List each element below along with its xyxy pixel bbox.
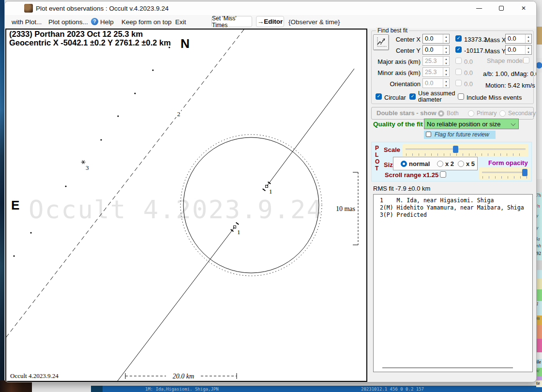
spinner-up-icon: ▲ xyxy=(443,79,449,83)
maximize-icon xyxy=(499,6,504,11)
background-window-fragment xyxy=(536,270,542,279)
plot-title-line2: Geocentric X -5042.1 ±0.2 Y 2761.2 ±0.2 … xyxy=(9,38,171,47)
background-window-fragment xyxy=(91,386,103,392)
menu-exit[interactable]: Exit xyxy=(175,18,186,26)
background-window-fragment: y xyxy=(536,213,542,225)
x-offset-value: 13373.2 xyxy=(464,36,487,43)
background-window-fragment xyxy=(536,279,542,289)
size-normal-radio[interactable] xyxy=(401,161,407,167)
major-axis-spinner: 25.3 ▲▼ xyxy=(422,56,450,66)
spinner-up-icon[interactable]: ▲ xyxy=(443,45,449,50)
spinner-up-icon[interactable]: ▲ xyxy=(443,34,449,39)
flag-review-row: Flag for future review xyxy=(424,131,496,139)
quality-label: Quality of the fit xyxy=(373,121,423,128)
minor-alt-value: 0.0 xyxy=(464,69,473,76)
orientation-spinner: 0.0 ▲▼ xyxy=(422,78,450,88)
menu-plot-options[interactable]: Plot options... xyxy=(48,18,88,26)
rms-fit-label: RMS fit -7.9 ±0.0 km xyxy=(373,185,430,192)
background-window-fragment xyxy=(536,45,542,58)
horizontal-scrollbar[interactable] xyxy=(382,367,513,368)
orientation-alt-value: 0.0 xyxy=(464,80,473,88)
background-window-fragment: m xyxy=(536,316,542,325)
plot-vertical-letter: P xyxy=(375,145,379,151)
size-x2-radio[interactable] xyxy=(437,161,443,167)
desktop-wallpaper-left-strip xyxy=(0,0,4,392)
observation-row[interactable]: 3(P) Predicted xyxy=(376,211,427,219)
spinner-down-icon[interactable]: ▼ xyxy=(526,39,531,43)
spinner-down-icon[interactable]: ▼ xyxy=(526,50,531,54)
background-row-text-fragment: 20231012.1 456 0 0.2 157 xyxy=(361,387,424,392)
scale-slider-thumb[interactable] xyxy=(453,146,458,153)
menu-with-plot[interactable]: with Plot... xyxy=(12,18,42,26)
plot-vertical-letter: L xyxy=(375,151,378,158)
double-secondary-label: Secondary xyxy=(508,110,536,117)
background-window-fragment xyxy=(536,339,542,352)
spinner-down-icon: ▼ xyxy=(443,61,449,65)
background-window-fragment: nh xyxy=(536,243,542,251)
center-x-value: 0.0 xyxy=(425,35,433,42)
orientation-alt-checkbox xyxy=(455,80,462,86)
x-offset-checkbox[interactable] xyxy=(455,35,462,42)
north-label: N xyxy=(181,36,190,51)
center-y-spinner[interactable]: 0.0 ▲▼ xyxy=(422,45,450,55)
menu-keep-on-top[interactable]: Keep form on top xyxy=(121,18,172,26)
background-window-fragment xyxy=(536,289,542,301)
background-window-fragment xyxy=(536,0,542,27)
scroll-range-label: Scroll range x1.25 xyxy=(385,171,438,179)
close-button[interactable]: ✕ xyxy=(513,1,534,15)
quality-value: No reliable position or size xyxy=(427,121,500,128)
y-offset-checkbox[interactable] xyxy=(455,46,462,53)
center-x-spinner[interactable]: 0.0 ▲▼ xyxy=(422,34,450,44)
observer-time-label: {Observer & time} xyxy=(288,18,340,26)
scale-slider[interactable] xyxy=(403,144,528,157)
flag-review-checkbox[interactable] xyxy=(426,132,431,137)
predicted-center-asterisk xyxy=(81,160,86,164)
form-opacity-slider[interactable] xyxy=(479,167,530,180)
flag-review-label: Flag for future review xyxy=(435,131,489,138)
plot-version-label: Occult 4.2023.9.24 xyxy=(10,372,59,379)
mass-y-spinner[interactable]: 0.0 ▲▼ xyxy=(505,45,532,55)
use-assumed-diameter-checkbox[interactable] xyxy=(409,93,416,100)
circular-checkbox[interactable] xyxy=(376,93,382,100)
size-x5-label: x 5 xyxy=(466,160,475,167)
help-icon[interactable]: ? xyxy=(91,18,98,25)
size-x5-radio[interactable] xyxy=(458,161,464,167)
background-window-fragment: te xyxy=(536,380,542,387)
spinner-down-icon[interactable]: ▼ xyxy=(443,50,449,54)
mass-x-spinner[interactable]: 0.0 ▲▼ xyxy=(505,34,532,44)
spinner-down-icon[interactable]: ▼ xyxy=(443,39,449,43)
plot-canvas[interactable]: Occult 4.2023.9.24 (2333) Porthan 2023 O… xyxy=(5,29,367,382)
scroll-range-checkbox[interactable] xyxy=(440,171,446,178)
spinner-up-icon[interactable]: ▲ xyxy=(526,34,531,39)
background-window-fragment: ic xyxy=(536,368,542,377)
quality-combobox[interactable]: No reliable position or size xyxy=(424,119,519,129)
form-opacity-slider-thumb[interactable] xyxy=(522,169,527,176)
scale-label: Scale xyxy=(384,146,400,153)
minimize-button[interactable]: — xyxy=(469,1,489,15)
spinner-up-icon[interactable]: ▲ xyxy=(526,45,531,50)
double-primary-radio xyxy=(468,110,474,117)
set-miss-times-button[interactable]: Set 'Miss' Times xyxy=(211,16,252,27)
menu-help[interactable]: Help xyxy=(100,18,114,26)
observation-row[interactable]: 1 M. Ida, near Higasiomi. Shiga xyxy=(376,197,494,204)
fit-chart-icon xyxy=(375,36,388,49)
background-window-fragment: ile xyxy=(536,359,542,368)
app-icon xyxy=(24,4,33,13)
use-assumed-diameter-label: Use assumeddiameter xyxy=(418,90,457,103)
run-fit-button[interactable] xyxy=(373,34,389,50)
shape-model-label: Shape model xyxy=(487,57,524,64)
mas-scale-label: 10 mas xyxy=(336,205,355,212)
center-y-label: Center Y xyxy=(389,47,421,54)
chord1-label-d: 1 xyxy=(237,228,241,236)
major-axis-value: 25.3 xyxy=(425,58,437,64)
background-window-fragment xyxy=(536,352,542,359)
include-miss-events-checkbox[interactable] xyxy=(458,93,464,100)
size-radio-group: normal x 2 x 5 xyxy=(393,157,478,170)
observation-row[interactable]: 2(M) Hidehito Yamamura, near Maibara, Sh… xyxy=(376,204,524,211)
editor-button[interactable]: →Editor xyxy=(256,16,284,27)
background-window-fragment: 1 xyxy=(536,301,542,316)
major-axis-label: Major axis (km) xyxy=(376,58,421,65)
maximize-button[interactable] xyxy=(491,1,512,15)
predicted-path-dots xyxy=(13,46,170,256)
observations-listbox[interactable]: 1 M. Ida, near Higasiomi. Shiga 2(M) Hid… xyxy=(373,194,533,372)
